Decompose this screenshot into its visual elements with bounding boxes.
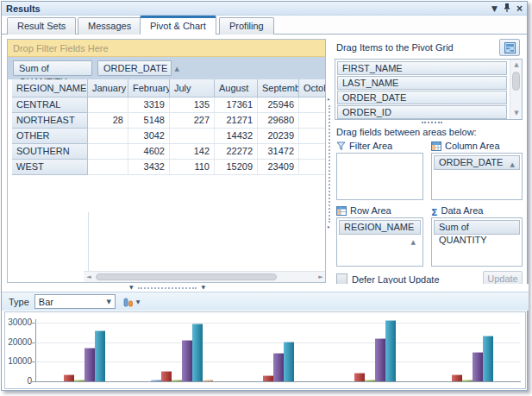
y-axis-tick-label: 10000	[6, 356, 32, 366]
pivot-column-header[interactable]: July	[170, 79, 215, 97]
pivot-column-header[interactable]: August	[215, 79, 258, 97]
pivot-data-cell	[88, 129, 128, 144]
pivot-row-header[interactable]: WEST	[12, 160, 88, 175]
filter-area-box[interactable]	[336, 153, 423, 200]
splitter-arrow-icon[interactable]: ▼	[201, 284, 205, 290]
field-list-scrollbar[interactable]: ▲ ▼	[510, 60, 522, 119]
splitter-arrow-icon[interactable]: ‣	[327, 224, 330, 231]
pivot-data-cell	[170, 129, 215, 144]
scroll-left-icon[interactable]: ◄	[85, 272, 92, 283]
y-axis-tick-label: 20000	[6, 337, 32, 347]
pivot-data-field-button[interactable]: Sum of QUANTITY	[13, 60, 92, 76]
bar-july-southern	[365, 380, 375, 381]
pivot-row-header[interactable]: CENTRAL	[12, 97, 88, 113]
pivot-column-header[interactable]: September	[258, 79, 299, 97]
pivot-data-cell	[299, 144, 326, 160]
sort-asc-icon: ▲	[510, 159, 515, 172]
scroll-down-icon[interactable]: ▼	[510, 108, 523, 119]
column-area-label: Column Area	[431, 141, 500, 153]
y-axis-tick	[32, 361, 35, 362]
chevron-down-icon: ▼	[136, 299, 141, 305]
pivot-data-cell: 3042	[128, 129, 170, 144]
sort-asc-icon: ▲	[174, 66, 178, 72]
pivot-data-cell: 5148	[128, 113, 170, 129]
scroll-right-icon[interactable]: ►	[317, 272, 324, 283]
pivot-data-cell: 227	[170, 113, 215, 129]
chart-appearance-button[interactable]: ▼	[121, 296, 143, 308]
scrollbar-thumb[interactable]	[512, 72, 520, 91]
pivot-column-header[interactable]: February	[128, 79, 170, 97]
bar-august-other	[273, 353, 284, 381]
data-area-field[interactable]: Sum of QUANTITY	[434, 220, 520, 235]
horizontal-splitter[interactable]: ▼ ▼	[2, 284, 529, 292]
row-area-icon	[336, 206, 347, 217]
chart-appearance-icon	[123, 297, 135, 307]
chart-type-label: Type	[9, 297, 29, 307]
pivot-grid-layout-button[interactable]	[499, 39, 520, 56]
filter-area-label: Filter Area	[336, 141, 392, 153]
pivot-row-field-header[interactable]: REGION_NAME▲	[12, 79, 88, 97]
tab-strip: Result Sets Messages Pivot & Chart Profi…	[2, 16, 527, 35]
row-area-field[interactable]: REGION_NAME▲	[339, 220, 421, 235]
pivot-grid: Drop Filter Fields Here Sum of QUANTITY …	[7, 39, 326, 283]
pivot-data-cell: 31472	[258, 144, 299, 160]
window-menu-icon[interactable]: ▼	[491, 4, 498, 13]
panel-title: Results	[6, 3, 41, 14]
column-area-box[interactable]: ORDER_DATE▲	[431, 153, 523, 200]
pivot-grid-icon	[504, 42, 516, 53]
column-area-field[interactable]: ORDER_DATE▲	[434, 155, 520, 170]
splitter-arrow-icon[interactable]: ▼	[129, 284, 134, 290]
tab-messages[interactable]: Messages	[78, 17, 141, 35]
pivot-data-cell	[299, 113, 326, 129]
tab-profiling[interactable]: Profiling	[219, 17, 274, 35]
vertical-splitter[interactable]: ‣ ‣	[327, 98, 332, 229]
bar-august-west	[473, 352, 483, 381]
pivot-data-cell: 142	[170, 144, 215, 160]
panel-titlebar: Results ▼ ×	[2, 2, 527, 16]
pivot-data-cell: 135	[170, 97, 215, 113]
pivot-data-cell: 25946	[258, 97, 299, 113]
bar-july-central	[74, 380, 84, 381]
pivot-column-field-button[interactable]: ORDER_DATE▲	[97, 60, 172, 76]
close-icon[interactable]: ×	[516, 4, 523, 13]
pivot-row-header[interactable]: SOUTHERN	[12, 144, 88, 160]
pivot-data-cell: 110	[170, 160, 215, 175]
pivot-data-cell: 3432	[128, 160, 170, 175]
pivot-data-cell: 21271	[215, 113, 258, 129]
pivot-header-band: Sum of QUANTITY ORDER_DATE▲	[8, 57, 325, 79]
chart-type-select[interactable]: Bar ▼	[34, 294, 116, 309]
splitter-arrow-icon[interactable]: ‣	[327, 97, 330, 104]
bar-september-central	[95, 330, 105, 381]
row-area-box[interactable]: REGION_NAME▲	[336, 217, 423, 267]
pin-icon[interactable]	[504, 3, 510, 14]
pivot-data-cell: 28	[88, 113, 128, 129]
bar-august-northeast	[182, 340, 192, 381]
pivot-data-cell: 17361	[215, 97, 258, 113]
pivot-data-cell	[88, 144, 128, 160]
field-list-resize-grip[interactable]	[422, 122, 442, 124]
pivot-horizontal-scrollbar[interactable]: ◄ ►	[84, 271, 326, 282]
tab-pivot-and-chart[interactable]: Pivot & Chart	[140, 16, 216, 35]
bar-august-southern	[375, 338, 385, 381]
field-list-item[interactable]: ORDER_DATE	[337, 91, 507, 104]
pivot-filter-drop-area[interactable]: Drop Filter Fields Here	[8, 40, 325, 57]
tab-result-sets[interactable]: Result Sets	[7, 17, 76, 35]
field-list-item[interactable]: LAST_NAME	[337, 76, 507, 90]
field-list-item[interactable]: ORDER_ID	[337, 105, 507, 119]
field-list-item[interactable]: FIRST_NAME	[337, 61, 507, 75]
x-axis-line	[35, 381, 521, 382]
pivot-column-header[interactable]: October	[299, 79, 326, 97]
pivot-data-cell: 20239	[258, 129, 299, 144]
bar-february-northeast	[161, 371, 172, 381]
pivot-column-header[interactable]: January	[88, 79, 128, 97]
pivot-data-cell: 29680	[258, 113, 299, 129]
pivot-data-cell	[88, 97, 128, 113]
data-area-box[interactable]: Sum of QUANTITY	[431, 217, 523, 267]
results-panel: Results ▼ × Result Sets Messages Pivot &…	[1, 1, 528, 391]
pivot-row-header[interactable]: NORTHEAST	[12, 113, 88, 129]
scroll-up-icon[interactable]: ▲	[510, 60, 523, 71]
filter-funnel-icon	[336, 141, 346, 153]
pivot-row-header[interactable]: OTHER	[12, 129, 88, 144]
bar-july-west	[462, 380, 473, 381]
scrollbar-thumb[interactable]	[96, 273, 277, 280]
